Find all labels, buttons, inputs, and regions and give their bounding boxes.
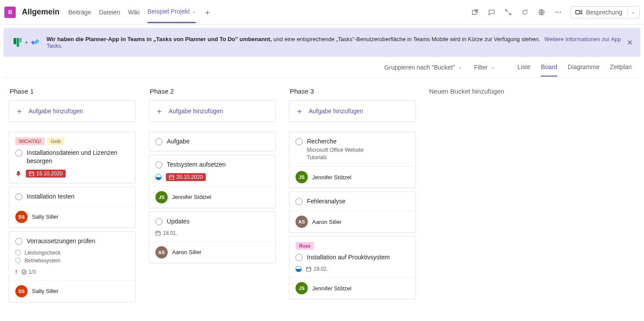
- group-by-button[interactable]: Gruppieren nach "Bucket" ⌄: [384, 64, 462, 71]
- chevron-down-icon: ⌄: [458, 65, 462, 70]
- view-schedule[interactable]: Zeitplan: [610, 58, 632, 77]
- open-external-icon[interactable]: [471, 8, 479, 17]
- checklist-item[interactable]: Betriebssystem: [15, 257, 129, 265]
- card-title: Installation auf Prouktivsystem: [307, 253, 390, 262]
- svg-point-4: [560, 11, 561, 13]
- svg-point-2: [556, 11, 557, 13]
- complete-toggle[interactable]: [155, 218, 162, 225]
- avatar: AS: [296, 216, 308, 228]
- task-card[interactable]: WICHTIG!GelbInstallationsdateien und Liz…: [9, 132, 136, 183]
- assignee-name: Aaron Siller: [312, 219, 341, 225]
- card-title: Testsystem aufsetzen: [167, 160, 226, 169]
- card-assignee[interactable]: ASAaron Siller: [149, 241, 275, 263]
- card-assignee[interactable]: ASAaron Siller: [289, 211, 415, 232]
- video-icon: [575, 9, 582, 15]
- complete-toggle[interactable]: [155, 161, 162, 168]
- chevron-down-icon[interactable]: ⌄: [627, 10, 635, 14]
- view-board[interactable]: Board: [541, 58, 557, 77]
- tab-wiki[interactable]: Wiki: [128, 2, 139, 23]
- task-card[interactable]: FehleranalyseASAaron Siller: [289, 192, 416, 233]
- complete-toggle[interactable]: [15, 193, 22, 200]
- add-tab-button[interactable]: ＋: [204, 7, 211, 17]
- card-assignee[interactable]: SSSally Siller: [9, 280, 135, 302]
- chat-icon[interactable]: [487, 8, 496, 17]
- svg-rect-13: [306, 267, 311, 271]
- view-tabs: Liste Board Diagramme Zeitplan: [517, 58, 632, 77]
- due-date: 19.02.: [306, 266, 328, 272]
- card-assignee[interactable]: JSJennifer Stötzel: [149, 186, 275, 208]
- avatar: SS: [15, 285, 28, 297]
- avatar: JS: [155, 191, 168, 203]
- tab-posts[interactable]: Beiträge: [68, 2, 91, 23]
- banner-rest: und eine entsprechende „Tasks"-Benutzero…: [273, 36, 540, 42]
- bucket-title[interactable]: Phase 1: [9, 85, 136, 100]
- view-list[interactable]: Liste: [517, 58, 531, 77]
- bucket-title[interactable]: Phase 3: [289, 85, 416, 100]
- add-task-button[interactable]: ＋Aufgabe hinzufügen: [289, 100, 416, 122]
- card-assignee[interactable]: JSJennifer Stötzel: [289, 166, 415, 188]
- avatar: AS: [155, 246, 168, 258]
- checklist-label: Betriebssystem: [25, 258, 60, 264]
- check-dot: [15, 258, 21, 263]
- card-meta: 15.10.2020: [15, 170, 129, 178]
- card-meta: 18.01.: [155, 230, 269, 236]
- svg-rect-6: [14, 38, 16, 44]
- avatar: JS: [296, 282, 308, 294]
- tab-planner[interactable]: Beispiel Projekt ⌄: [148, 1, 196, 23]
- team-name: Allgemein: [22, 7, 60, 17]
- svg-rect-7: [17, 38, 19, 47]
- more-icon[interactable]: [554, 8, 563, 17]
- task-card[interactable]: Installation testenSSSally Siller: [9, 187, 136, 228]
- checklist-label: Leistungscheck: [25, 250, 61, 256]
- expand-icon[interactable]: [504, 8, 513, 17]
- bell-icon: [15, 171, 21, 177]
- refresh-icon[interactable]: [521, 8, 529, 17]
- complete-toggle[interactable]: [296, 254, 303, 261]
- assignee-name: Sally Siller: [32, 213, 59, 220]
- board: Phase 1＋Aufgabe hinzufügenWICHTIG!GelbIn…: [4, 78, 640, 313]
- card-assignee[interactable]: JSJennifer Stötzel: [289, 277, 415, 299]
- task-card[interactable]: RosaInstallation auf Prouktivsystem19.02…: [289, 236, 416, 299]
- card-title: Installation testen: [27, 192, 74, 201]
- task-card[interactable]: RechercheMicrosoft Office WebsiteTutoria…: [289, 132, 416, 188]
- tab-planner-label: Beispiel Projekt: [148, 8, 190, 15]
- tag: Gelb: [47, 137, 64, 145]
- complete-toggle[interactable]: [296, 198, 303, 205]
- svg-rect-12: [156, 231, 160, 235]
- task-card[interactable]: Vorraussetzungen prüfenLeistungscheckBet…: [9, 231, 136, 302]
- due-date: 18.01.: [155, 230, 177, 236]
- filter-label: Filter: [474, 64, 488, 71]
- view-charts[interactable]: Diagramme: [568, 58, 599, 77]
- complete-toggle[interactable]: [15, 238, 22, 245]
- close-icon[interactable]: ✕: [627, 38, 633, 47]
- card-title: Recherche: [307, 137, 337, 146]
- card-meta: !1/3: [15, 269, 129, 275]
- add-task-button[interactable]: ＋Aufgabe hinzufügen: [149, 100, 276, 122]
- svg-rect-5: [576, 10, 580, 14]
- add-bucket-button[interactable]: Neuen Bucket hinzufügen: [429, 85, 556, 95]
- complete-toggle[interactable]: [296, 138, 303, 145]
- card-title: Installationsdateien und Lizenzen besorg…: [27, 149, 129, 165]
- add-task-button[interactable]: ＋Aufgabe hinzufügen: [9, 100, 136, 122]
- plus-mini-icon: +: [25, 39, 28, 46]
- card-assignee[interactable]: SSSally Siller: [9, 206, 135, 227]
- meeting-button[interactable]: Besprechung ⌄: [570, 6, 640, 18]
- complete-toggle[interactable]: [15, 150, 22, 157]
- checklist-item[interactable]: Leistungscheck: [15, 249, 129, 257]
- assignee-name: Aaron Siller: [172, 249, 201, 255]
- bucket: Phase 3＋Aufgabe hinzufügenRechercheMicro…: [289, 85, 416, 303]
- filter-button[interactable]: Filter ⌄: [474, 64, 495, 71]
- tab-files[interactable]: Dateien: [99, 2, 120, 23]
- task-card[interactable]: Updates18.01.ASAaron Siller: [149, 212, 276, 263]
- assignee-name: Sally Siller: [32, 288, 59, 294]
- task-card[interactable]: Aufgabe: [149, 132, 276, 151]
- globe-icon[interactable]: [537, 8, 546, 17]
- complete-toggle[interactable]: [155, 138, 162, 145]
- card-title: Updates: [167, 217, 190, 226]
- banner-text: Wir haben die Planner-App in Teams in „T…: [46, 36, 632, 49]
- task-card[interactable]: Testsystem aufsetzen20.10.2020JSJennifer…: [149, 155, 276, 208]
- card-title: Aufgabe: [167, 137, 190, 146]
- info-banner: + Wir haben die Planner-App in Teams in …: [4, 28, 640, 57]
- bucket-title[interactable]: Phase 2: [149, 85, 276, 100]
- plus-icon: ＋: [296, 106, 303, 116]
